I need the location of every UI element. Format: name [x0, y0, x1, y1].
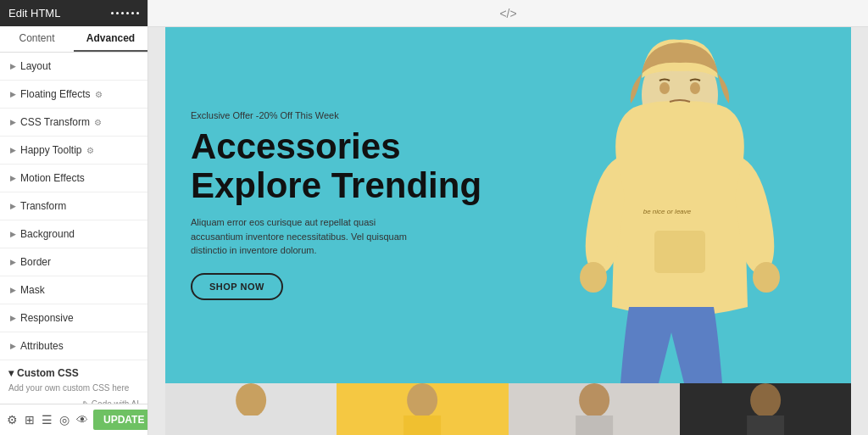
- thumbnail-4: [680, 383, 851, 435]
- accordion-label: Transform: [20, 200, 66, 212]
- left-panel: Edit HTML Content Advanced ▶ Layout ▶ Fl…: [0, 0, 148, 435]
- right-content: </> Exclusive Offer -20% Off This Week A…: [148, 0, 868, 435]
- panel-footer: ⚙ ⊞ ☰ ◎ 👁 UPDATE ▲: [0, 404, 147, 435]
- accordion-label: CSS Transform: [20, 116, 90, 128]
- accordion-transform[interactable]: ▶ Transform: [0, 192, 147, 220]
- svg-rect-8: [232, 415, 270, 435]
- hero-model: be nice or leave: [509, 27, 852, 383]
- arrow-icon: ▶: [10, 118, 16, 126]
- accordion-motion-effects[interactable]: ▶ Motion Effects: [0, 165, 147, 192]
- svg-point-11: [579, 383, 609, 417]
- layout-icon[interactable]: ⊞: [25, 413, 35, 427]
- hero-description: Aliquam error eos curisque aut repellat …: [191, 215, 428, 258]
- arrow-icon: ▶: [10, 314, 16, 322]
- svg-point-2: [580, 262, 607, 293]
- layers-icon[interactable]: ☰: [42, 413, 53, 427]
- tab-content[interactable]: Content: [0, 26, 74, 52]
- badge-icon: ⚙: [95, 90, 103, 99]
- shop-now-button[interactable]: SHOP NOW: [191, 273, 283, 300]
- svg-text:be nice or leave: be nice or leave: [643, 208, 692, 215]
- update-button[interactable]: UPDATE: [93, 410, 148, 430]
- accordion-label: Border: [20, 256, 51, 268]
- accordion-label: Motion Effects: [20, 172, 85, 184]
- settings-icon[interactable]: ⚙: [7, 413, 18, 427]
- accordion-attributes[interactable]: ▶ Attributes: [0, 332, 147, 360]
- panel-header: Edit HTML: [0, 0, 147, 26]
- thumbnail-figure-1: [165, 383, 337, 435]
- accordion-floating-effects[interactable]: ▶ Floating Effects ⚙: [0, 81, 147, 109]
- thumbnail-3: [509, 383, 680, 435]
- tab-advanced[interactable]: Advanced: [74, 26, 147, 52]
- panel-title: Edit HTML: [8, 7, 60, 20]
- hero-title-line1: Accessories: [191, 126, 401, 166]
- arrow-icon: ▶: [10, 174, 16, 182]
- canvas-area: Exclusive Offer -20% Off This Week Acces…: [148, 27, 868, 435]
- svg-point-13: [750, 383, 781, 417]
- accordion-responsive[interactable]: ▶ Responsive: [0, 304, 147, 332]
- svg-rect-14: [747, 415, 784, 435]
- accordion-mask[interactable]: ▶ Mask: [0, 276, 147, 304]
- hero-title-line2: Explore Trending: [191, 165, 481, 205]
- navigator-icon[interactable]: ◎: [59, 413, 70, 427]
- accordion-happy-tooltip[interactable]: ▶ Happy Tooltip ⚙: [0, 137, 147, 165]
- svg-point-9: [407, 383, 437, 417]
- accordion-label: Floating Effects: [20, 88, 91, 100]
- accordion-label: Mask: [20, 284, 45, 296]
- custom-css-helper: Add your own custom CSS here: [8, 382, 139, 394]
- arrow-icon: ▶: [10, 342, 16, 350]
- editor-topbar: </>: [148, 0, 868, 27]
- thumbnail-1: [165, 383, 337, 435]
- svg-point-7: [236, 383, 266, 417]
- accordion-label: Layout: [20, 60, 51, 72]
- custom-css-arrow: ▾: [8, 367, 14, 379]
- arrow-icon: ▶: [10, 90, 16, 98]
- dots-menu-icon[interactable]: [111, 12, 139, 14]
- exclusive-offer-text: Exclusive Offer -20% Off This Week: [191, 110, 481, 120]
- hero-banner: Exclusive Offer -20% Off This Week Acces…: [165, 27, 851, 383]
- bottom-thumbnails: [165, 383, 851, 435]
- accordion-border[interactable]: ▶ Border: [0, 248, 147, 276]
- accordion-label: Responsive: [20, 312, 74, 324]
- svg-point-5: [690, 82, 700, 94]
- svg-point-4: [659, 82, 670, 94]
- arrow-icon: ▶: [10, 62, 16, 70]
- footer-icons: ⚙ ⊞ ☰ ◎ 👁: [7, 413, 88, 427]
- accordion-css-transform[interactable]: ▶ CSS Transform ⚙: [0, 109, 147, 137]
- thumbnail-figure-2: [337, 383, 508, 435]
- accordion-background[interactable]: ▶ Background: [0, 220, 147, 248]
- accordion-layout[interactable]: ▶ Layout: [0, 53, 147, 81]
- hero-title: Accessories Explore Trending: [191, 127, 481, 205]
- arrow-icon: ▶: [10, 286, 16, 294]
- arrow-icon: ▶: [10, 230, 16, 238]
- svg-rect-1: [654, 231, 705, 273]
- model-figure: be nice or leave: [536, 27, 824, 383]
- arrow-icon: ▶: [10, 146, 16, 154]
- accordion-label: Background: [20, 228, 75, 240]
- svg-rect-12: [576, 415, 613, 435]
- svg-point-3: [753, 262, 780, 293]
- badge-icon: ⚙: [94, 118, 102, 127]
- thumbnail-figure-3: [509, 383, 680, 435]
- arrow-icon: ▶: [10, 258, 16, 266]
- custom-css-title: Custom CSS: [17, 367, 79, 379]
- arrow-icon: ▶: [10, 202, 16, 210]
- eye-icon[interactable]: 👁: [76, 413, 88, 427]
- badge-icon: ⚙: [86, 146, 94, 155]
- custom-css-section: ▾ Custom CSS Add your own custom CSS her…: [0, 360, 147, 404]
- thumbnail-2: [337, 383, 508, 435]
- code-embed-icon: </>: [499, 7, 516, 20]
- accordion-container: ▶ Layout ▶ Floating Effects ⚙ ▶ CSS Tran…: [0, 53, 147, 404]
- panel-tabs: Content Advanced: [0, 26, 147, 53]
- hero-content: Exclusive Offer -20% Off This Week Acces…: [165, 110, 481, 300]
- accordion-label: Attributes: [20, 340, 64, 352]
- accordion-label: Happy Tooltip: [20, 144, 82, 156]
- svg-rect-10: [403, 415, 441, 435]
- thumbnail-figure-4: [680, 383, 851, 435]
